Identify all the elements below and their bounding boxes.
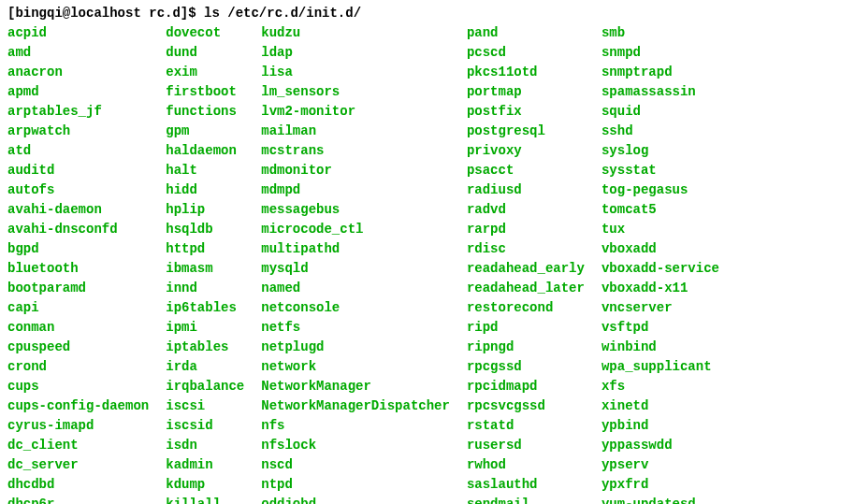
list-item: ntpd: [261, 475, 450, 495]
listing-column-1: dovecot dund exim firstboot functions gp…: [166, 23, 244, 504]
list-item: radiusd: [467, 180, 585, 200]
directory-listing: acpid amd anacron apmd arptables_jf arpw…: [7, 23, 848, 504]
list-item: innd: [166, 279, 244, 298]
list-item: sendmail: [467, 495, 585, 504]
list-item: winbind: [601, 338, 719, 357]
list-item: bluetooth: [7, 259, 149, 279]
list-item: tux: [601, 220, 719, 239]
list-item: netfs: [261, 318, 450, 338]
list-item: squid: [601, 102, 719, 122]
list-item: ripngd: [467, 338, 585, 357]
list-item: arpwatch: [7, 122, 149, 141]
list-item: iptables: [166, 338, 244, 357]
list-item: NetworkManagerDispatcher: [261, 396, 450, 416]
list-item: cups-config-daemon: [7, 396, 149, 416]
list-item: hplip: [166, 200, 244, 220]
list-item: yppasswdd: [601, 436, 719, 455]
list-item: tomcat5: [601, 200, 719, 220]
list-item: dovecot: [166, 23, 244, 43]
list-item: snmptrapd: [601, 63, 719, 82]
list-item: rpcidmapd: [467, 377, 585, 396]
list-item: named: [261, 279, 450, 298]
list-item: kadmin: [166, 455, 244, 475]
list-item: crond: [7, 357, 149, 377]
list-item: hsqldb: [166, 220, 244, 239]
prompt-user-host: [bingqi@localhost rc.d]: [7, 6, 188, 21]
list-item: exim: [166, 63, 244, 82]
list-item: dc_client: [7, 436, 149, 455]
listing-column-3: pand pcscd pkcs11otd portmap postfix pos…: [467, 23, 585, 504]
list-item: postgresql: [467, 122, 585, 141]
list-item: kdump: [166, 475, 244, 495]
list-item: ypserv: [601, 455, 719, 475]
list-item: firstboot: [166, 82, 244, 102]
list-item: pcscd: [467, 43, 585, 63]
list-item: cyrus-imapd: [7, 416, 149, 436]
list-item: vsftpd: [601, 318, 719, 338]
list-item: conman: [7, 318, 149, 338]
prompt-dollar: $: [188, 6, 196, 21]
list-item: netconsole: [261, 298, 450, 318]
list-item: rdisc: [467, 239, 585, 259]
list-item: ldap: [261, 43, 450, 63]
list-item: anacron: [7, 63, 149, 82]
list-item: psacct: [467, 161, 585, 180]
list-item: radvd: [467, 200, 585, 220]
list-item: bgpd: [7, 239, 149, 259]
list-item: ypbind: [601, 416, 719, 436]
list-item: acpid: [7, 23, 149, 43]
list-item: rarpd: [467, 220, 585, 239]
list-item: isdn: [166, 436, 244, 455]
list-item: hidd: [166, 180, 244, 200]
list-item: killall: [166, 495, 244, 504]
list-item: auditd: [7, 161, 149, 180]
list-item: dhcdbd: [7, 475, 149, 495]
list-item: irqbalance: [166, 377, 244, 396]
list-item: nscd: [261, 455, 450, 475]
list-item: ibmasm: [166, 259, 244, 279]
list-item: restorecond: [467, 298, 585, 318]
list-item: dc_server: [7, 455, 149, 475]
list-item: vboxadd-x11: [601, 279, 719, 298]
list-item: messagebus: [261, 200, 450, 220]
list-item: capi: [7, 298, 149, 318]
list-item: vncserver: [601, 298, 719, 318]
list-item: syslog: [601, 141, 719, 161]
list-item: halt: [166, 161, 244, 180]
list-item: rstatd: [467, 416, 585, 436]
list-item: vboxadd-service: [601, 259, 719, 279]
list-item: nfslock: [261, 436, 450, 455]
list-item: kudzu: [261, 23, 450, 43]
list-item: arptables_jf: [7, 102, 149, 122]
terminal-prompt-line: [bingqi@localhost rc.d]$ ls /etc/rc.d/in…: [7, 4, 848, 23]
list-item: cpuspeed: [7, 338, 149, 357]
list-item: mdmpd: [261, 180, 450, 200]
list-item: sysstat: [601, 161, 719, 180]
list-item: avahi-dnsconfd: [7, 220, 149, 239]
listing-column-4: smb snmpd snmptrapd spamassassin squid s…: [601, 23, 719, 504]
list-item: iscsid: [166, 416, 244, 436]
list-item: snmpd: [601, 43, 719, 63]
list-item: xinetd: [601, 396, 719, 416]
list-item: rpcsvcgssd: [467, 396, 585, 416]
list-item: mysqld: [261, 259, 450, 279]
list-item: amd: [7, 43, 149, 63]
list-item: apmd: [7, 82, 149, 102]
list-item: haldaemon: [166, 141, 244, 161]
list-item: rpcgssd: [467, 357, 585, 377]
list-item: functions: [166, 102, 244, 122]
listing-column-2: kudzu ldap lisa lm_sensors lvm2-monitor …: [261, 23, 450, 504]
list-item: dhcp6r: [7, 495, 149, 504]
list-item: gpm: [166, 122, 244, 141]
list-item: ripd: [467, 318, 585, 338]
list-item: microcode_ctl: [261, 220, 450, 239]
list-item: spamassassin: [601, 82, 719, 102]
list-item: postfix: [467, 102, 585, 122]
list-item: pand: [467, 23, 585, 43]
list-item: ypxfrd: [601, 475, 719, 495]
list-item: sshd: [601, 122, 719, 141]
list-item: atd: [7, 141, 149, 161]
list-item: yum-updatesd: [601, 495, 719, 504]
list-item: lm_sensors: [261, 82, 450, 102]
list-item: nfs: [261, 416, 450, 436]
